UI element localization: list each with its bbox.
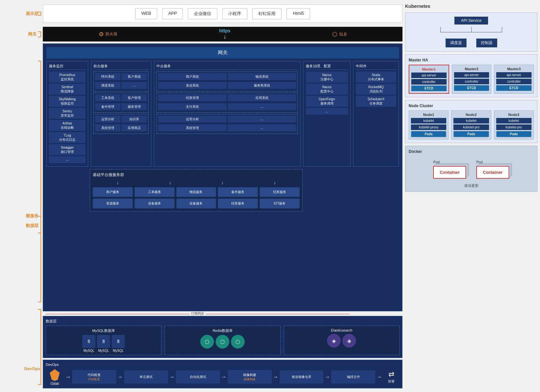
monitor-arthas: Arthas在线诊断	[49, 120, 86, 131]
node-1: Node1 kubelet kubelet-proxy Pods	[409, 110, 449, 139]
gov-openfeign: OpenFeign服务调用	[306, 96, 348, 107]
docker-box: Docker Pod Container Pod	[405, 146, 537, 192]
rolling-update-label: 滚动更新	[409, 183, 534, 188]
gitlab-icon	[49, 368, 61, 381]
mysql-label-1: MySQL	[82, 349, 95, 352]
es-icon-1: ◈	[327, 334, 341, 348]
pod-2: Pod Container	[474, 156, 512, 181]
front-customer-mgmt: 客户管理	[122, 94, 147, 101]
node-2-name: Node2	[453, 113, 489, 117]
slb-label: SLB	[339, 32, 347, 37]
service-governance-panel: 服务治理、配置 Nacos注册中心 Nacos配置中心 OpenFeign服务调…	[303, 61, 351, 167]
redis-title: Redis数据库	[167, 328, 278, 333]
front-service-panel: 前台服务 呼叫系统 客户系统 调度系统 ...	[91, 61, 151, 167]
monitor-sentinel: Sentinel限流降级	[49, 84, 86, 95]
pres-items: WEB APP 企业微信 小程序 钉钉应用 Html5	[48, 8, 397, 19]
mysql-1: 🗄 MySQL	[82, 335, 95, 352]
data-layer-title: 数据层	[46, 319, 400, 324]
mysql-db-icon-2: 🗄	[97, 335, 110, 348]
base-row-1: 商户服务 工单服务 物流服务 备件服务 结算服务	[93, 187, 300, 197]
mid-merchant-system: 商户系统	[158, 73, 227, 80]
service-monitor-title: 服务监控	[49, 64, 86, 70]
base-iot-svc: IOT服务	[260, 199, 300, 208]
pipeline-arrow-6: →	[325, 374, 330, 380]
pres-item-miniapp[interactable]: 小程序	[222, 8, 247, 19]
devops-flow: Gitlab → 代码检查 代码检查 → 单元测试 → 自动化测试 →	[46, 368, 400, 385]
node-3: Node3 kubelet kubelet-pro Pods	[494, 110, 534, 139]
mid-section-2: 结算管理 应用系统 支付系统 ...	[156, 93, 298, 113]
deploy-section: ⇄ 部署	[383, 370, 400, 384]
kubernetes-panel: Kubernetes API Service 调度器 控制器 Master HA	[405, 3, 537, 389]
firewall-label: 防火墙	[106, 31, 117, 37]
devops-step-push: 推送镜像仓库	[280, 370, 324, 384]
pres-item-dingtalk[interactable]: 钉钉应用	[252, 8, 282, 19]
redis-1: ⬡	[200, 335, 214, 350]
pres-item-wechat[interactable]: 企业微信	[188, 8, 217, 19]
service-monitor-panel: 服务监控 Promethus监控系统 Sentinel限流降级 SkyWalki…	[46, 61, 88, 167]
base-row-2: 资源服务 设备服务 设备服务 结算服务 IOT服务	[93, 199, 300, 208]
devops-box: DevOps Gitlab → 代码检查 代码检查 → 单元测	[43, 360, 402, 388]
mysql-section: MySQL数据库 🗄 MySQL 🗄 MySQL	[46, 326, 161, 355]
mysql-db-icon-3: 🗄	[112, 335, 125, 348]
gov-nacos-config: Nacos配置中心	[306, 84, 348, 95]
node-3-kubelet: kubelet	[496, 118, 532, 123]
pres-layer-label: 展示层	[26, 11, 39, 17]
front-app-store: 应用商店	[122, 124, 147, 131]
firewall-item: ⚙ 防火墙	[99, 31, 117, 38]
sync-label: 订阅同步	[189, 311, 206, 316]
mid-more-3b: ...	[228, 124, 296, 131]
down-arrow-1: ↓	[116, 180, 119, 186]
pres-item-html5[interactable]: Html5	[286, 8, 310, 19]
pipeline-arrow-7: →	[377, 374, 382, 380]
es-title: Elasticsearch	[286, 328, 397, 332]
api-tree-branch	[440, 32, 502, 32]
pres-item-app[interactable]: APP	[162, 8, 183, 19]
master-1-name: Master1	[411, 67, 447, 71]
front-parts-mgmt: 备件管理	[95, 103, 121, 110]
pres-item-web[interactable]: WEB	[135, 8, 157, 19]
mid-more-3a: ...	[228, 116, 296, 122]
docker-pods: Pod Container Pod Container	[409, 156, 534, 181]
master-2-etcd: ETCD	[454, 85, 489, 91]
front-section-3: 运营分析 知识库 系统管理 应用商店	[93, 114, 149, 134]
devops-step-image-sub: 镜像构建	[244, 377, 255, 382]
front-ops-analysis: 运营分析	[95, 116, 121, 122]
node-1-kubelet: kubelet	[411, 118, 446, 123]
master-3-name: Master3	[496, 67, 532, 71]
base-settlement-svc-2: 结算服务	[218, 199, 258, 208]
front-section-2: 工单系统 客户管理 备件管理 服务管理	[93, 93, 149, 113]
down-arrow-3: ↓	[221, 180, 224, 186]
devops-step-image: 镜像构建 镜像构建	[228, 370, 272, 384]
master-1: Master1 api-server controller ETCD	[409, 65, 449, 94]
master-nodes: Master1 api-server controller ETCD Maste…	[409, 65, 534, 94]
master-2-controller: controller	[454, 79, 489, 84]
redis-icon-3: ⬡	[231, 335, 245, 349]
master-2-api: api-server	[454, 72, 489, 78]
mid-more-2: ...	[228, 103, 296, 110]
mysql-label-3: MySQL	[112, 349, 125, 352]
base-settlement-svc: 结算服务	[260, 187, 300, 197]
api-children: 调度器 控制器	[409, 39, 533, 47]
api-tree-right-line	[502, 27, 502, 32]
redis-2: ⬡	[216, 335, 229, 350]
redis-icon-1: ⬡	[200, 335, 214, 349]
mid-payment-system: 支付系统	[158, 103, 227, 110]
microservice-box: 网关 服务监控 Promethus监控系统 Sentinel限流降级 SkyWa…	[43, 43, 402, 311]
base-resource-svc: 资源服务	[93, 199, 133, 208]
node-3-name: Node3	[496, 113, 532, 117]
cluster-nodes: Node1 kubelet kubelet-proxy Pods Node2 k…	[409, 110, 534, 139]
api-service-label: API Service	[454, 17, 488, 24]
gov-nacos-registry: Nacos注册中心	[306, 72, 348, 83]
pod-2-container: Container	[476, 166, 509, 179]
monitor-skywalking: SkyWalking链路监控	[49, 96, 86, 107]
base-parts-svc: 备件服务	[218, 187, 258, 197]
master-3-etcd: ETCD	[496, 85, 532, 91]
master-3: Master3 api-server controller ETCD	[494, 65, 534, 94]
master-3-controller: controller	[496, 79, 532, 84]
mysql-db-icon-1: 🗄	[82, 335, 95, 348]
data-layer-label: 数据层	[26, 223, 39, 229]
mw-seata: Seata分布式事务	[356, 72, 396, 83]
middleware-title: 中间件	[356, 64, 396, 70]
mid-provider-system: 服务商系统	[228, 82, 296, 89]
docker-title: Docker	[409, 149, 534, 154]
